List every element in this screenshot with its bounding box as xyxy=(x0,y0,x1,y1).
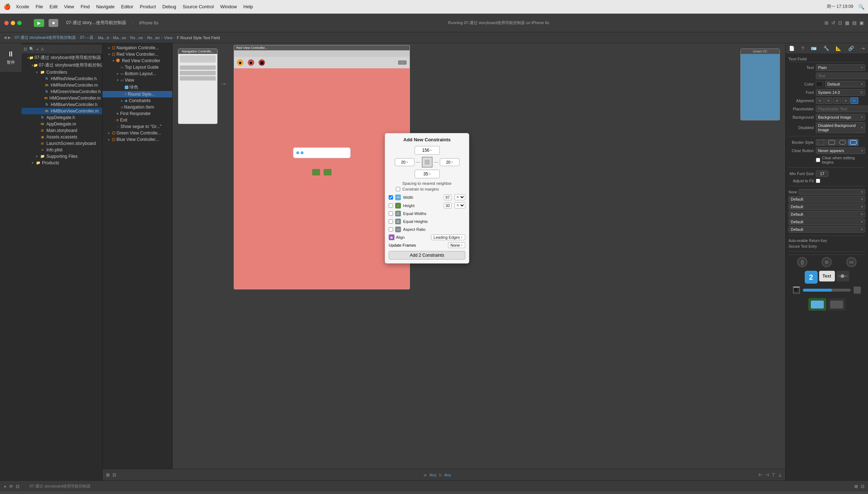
constraint-left-value[interactable]: 20 ▾ xyxy=(395,158,415,166)
breadcrumb-item-3[interactable]: Ma...se xyxy=(113,36,126,40)
tree-item-launch-storyboard[interactable]: ⊞ LaunchScreen.storyboard xyxy=(22,140,102,147)
inspector-tab-file[interactable]: 📄 xyxy=(786,44,798,52)
breadcrumb-nav-left[interactable]: ◀ xyxy=(4,35,6,40)
breadcrumb-nav-right[interactable]: ▶ xyxy=(8,35,11,40)
menu-xcode[interactable]: Xcode xyxy=(16,4,29,9)
bottom-right-1[interactable]: ⊞ xyxy=(854,484,858,489)
toolbar-icon-3[interactable]: ⊡ xyxy=(838,20,842,26)
option-dropdown-2[interactable]: Default▾ xyxy=(789,196,865,202)
tree-item-products[interactable]: ▾ 📁 Products xyxy=(22,160,102,166)
sb-btn-5[interactable]: ⊤ xyxy=(772,472,775,477)
menu-help[interactable]: Help xyxy=(243,4,253,9)
menu-window[interactable]: Window xyxy=(220,4,237,9)
align-value[interactable]: Leading Edges ▾ xyxy=(431,234,465,240)
tree-root[interactable]: ▾ 📁 07-通过 storyboard使用导航控制器 xyxy=(22,54,102,61)
outline-round-style[interactable]: F Round Style... xyxy=(102,91,172,97)
adjust-checkbox[interactable] xyxy=(816,179,820,183)
outline-exit[interactable]: ⊗ Exit xyxy=(102,117,172,123)
equal-widths-checkbox[interactable] xyxy=(389,211,393,216)
clear-editing-checkbox[interactable] xyxy=(816,158,820,162)
menu-search[interactable]: 🔍 xyxy=(858,4,864,10)
update-frames-select[interactable]: None ▾ xyxy=(448,242,465,248)
tree-item-subfolder[interactable]: ▾ 📁 07-通过 storyboard使用导航控制器 xyxy=(22,61,102,69)
num-badge[interactable]: 2 xyxy=(805,271,818,284)
border-rounded-rect-btn[interactable] xyxy=(848,139,858,146)
tree-btn-1[interactable]: ⊡ xyxy=(24,47,27,51)
breadcrumb-item-7[interactable]: F Round Style Text Field xyxy=(177,36,220,40)
min-font-value[interactable]: 17 xyxy=(816,170,828,177)
inspector-tab-size[interactable]: 📐 xyxy=(833,44,844,52)
storyboard-canvas[interactable]: Navigation Controlle... → Red View Contr… xyxy=(173,43,785,469)
color-swatch[interactable] xyxy=(816,81,823,87)
attr-text-dropdown[interactable]: Plain ▾ xyxy=(816,64,865,71)
outline-view[interactable]: ▾ ▭ View xyxy=(102,77,172,83)
sb-btn-6[interactable]: ⊥ xyxy=(778,472,782,477)
sb-btn-2[interactable]: ⊡ xyxy=(113,472,116,477)
tree-item-assets[interactable]: ▣ Assets.xcassets xyxy=(22,134,102,140)
menu-find[interactable]: Find xyxy=(81,4,90,9)
maximize-btn[interactable] xyxy=(17,21,22,25)
tree-item-main-storyboard[interactable]: ⊞ Main.storyboard xyxy=(22,127,102,134)
menu-edit[interactable]: Edit xyxy=(50,4,58,9)
run-button[interactable]: ▶ xyxy=(34,19,44,27)
outline-color[interactable]: 绿色 xyxy=(102,83,172,91)
tree-item-controllers[interactable]: ▾ 📁 Controllers xyxy=(22,69,102,76)
outline-first-responder[interactable]: ★ First Responder xyxy=(102,110,172,117)
stop-button[interactable]: ■ xyxy=(49,19,58,27)
text-field-preview[interactable] xyxy=(293,147,351,158)
height-value[interactable]: 30 xyxy=(444,203,452,209)
inspector-tab-attributes[interactable]: 🔧 xyxy=(821,44,832,52)
border-line-btn[interactable] xyxy=(827,139,837,146)
tree-item-hmred-h[interactable]: h HMRedViewController.h xyxy=(22,76,102,82)
align-center-btn[interactable]: ≡ xyxy=(824,97,832,104)
width-checkbox[interactable] xyxy=(389,195,393,200)
menu-debug[interactable]: Debug xyxy=(163,4,176,9)
sb-btn-4[interactable]: ⊣ xyxy=(765,472,769,477)
toolbar-icon-1[interactable]: ⊞ xyxy=(824,20,828,26)
height-checkbox[interactable] xyxy=(389,203,393,208)
bottom-plus[interactable]: + xyxy=(4,484,6,489)
bottom-right-2[interactable]: ⊡ xyxy=(861,484,864,489)
tree-btn-3[interactable]: + xyxy=(36,47,38,51)
align-right-btn[interactable]: ≡ xyxy=(833,97,841,104)
attr-color-dropdown[interactable]: Default ▾ xyxy=(825,81,865,87)
outline-nav-ctrl[interactable]: ▸ ⊡ Navigation Controlle... xyxy=(102,45,172,51)
tree-btn-4[interactable]: ⚠ xyxy=(41,47,44,51)
constraint-top-value[interactable]: 156 ▾ xyxy=(415,146,440,155)
toolbar-icon-4[interactable]: ▦ xyxy=(845,20,849,26)
outline-red-vc[interactable]: ▾ Red View Controller xyxy=(102,58,172,64)
outline-red-vc-group[interactable]: ▾ ⊡ Red View Controller... xyxy=(102,51,172,58)
width-value[interactable]: 97 xyxy=(444,195,452,200)
align-natural-btn[interactable]: ↔ xyxy=(850,97,858,104)
tree-item-hmblue-h[interactable]: h HMBlueViewController.h xyxy=(22,101,102,108)
outline-green-vc[interactable]: ▸ ⊡ Green View Controlle... xyxy=(102,130,172,136)
breadcrumb-item-0[interactable]: 07-通过 storyboard使用导航控制器 xyxy=(15,35,76,40)
tree-item-appdelegate-m[interactable]: m AppDelegate.m xyxy=(22,121,102,127)
tree-item-hmgreen-h[interactable]: h HMGreenViewController.h xyxy=(22,88,102,95)
menu-navigate[interactable]: Navigate xyxy=(96,4,114,9)
constrain-margins-checkbox[interactable] xyxy=(396,187,400,191)
attr-clear-btn-dropdown[interactable]: Never appears ▾ xyxy=(816,147,865,154)
attr-font-dropdown[interactable]: System 14.0 ⊡ xyxy=(816,89,865,96)
icon-braces[interactable]: {} xyxy=(797,257,807,267)
align-left-btn[interactable]: ≡ xyxy=(816,97,824,104)
breadcrumb-item-1[interactable]: 07----器 xyxy=(80,35,93,40)
breadcrumb-item-6[interactable]: View xyxy=(164,36,173,40)
option-dropdown-4[interactable]: Default▾ xyxy=(789,211,865,218)
breadcrumb-item-2[interactable]: Ma...d xyxy=(98,36,109,40)
menu-product[interactable]: Product xyxy=(140,4,156,9)
outline-bottom-layout[interactable]: ▸ ▭ Bottom Layout... xyxy=(102,70,172,77)
height-select[interactable]: = xyxy=(454,202,465,209)
any-w[interactable]: Any xyxy=(429,473,436,477)
constraint-right-value[interactable]: 20 ▾ xyxy=(440,158,460,166)
menu-editor[interactable]: Editor xyxy=(121,4,133,9)
sb-btn-1[interactable]: ⊞ xyxy=(106,472,110,477)
menu-source-control[interactable]: Source Control xyxy=(183,4,214,9)
outline-nav-item[interactable]: ◁ Navigation Item xyxy=(102,104,172,110)
inspector-tab-quick[interactable]: ? xyxy=(799,44,807,52)
icon-circle[interactable]: ⊙ xyxy=(822,257,832,267)
add-constraints-button[interactable]: Add 2 Constraints xyxy=(389,251,465,260)
text-preview-btn[interactable]: Text xyxy=(819,271,835,282)
tree-btn-2[interactable]: 🔍 xyxy=(29,47,34,51)
prev-thumb[interactable] xyxy=(854,287,861,294)
